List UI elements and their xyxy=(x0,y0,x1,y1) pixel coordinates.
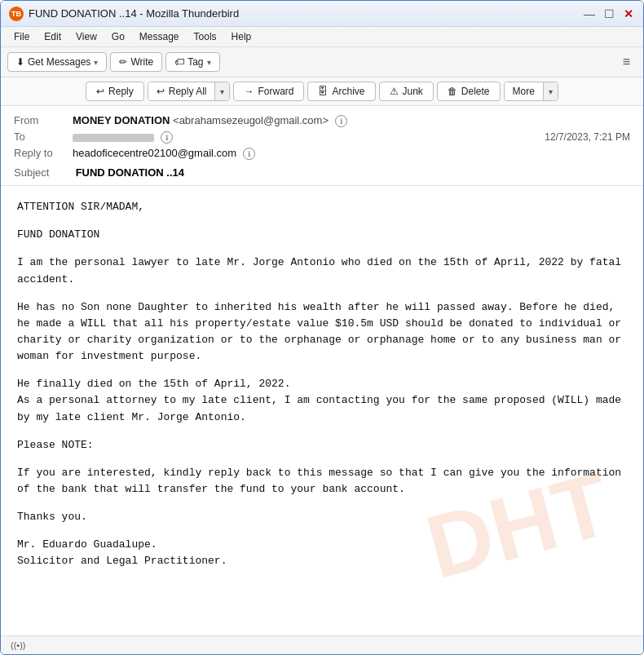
main-toolbar: Get Messages ▾ Write Tag ▾ ≡ xyxy=(1,47,643,77)
body-paragraph-9: Mr. Eduardo Guadalupe.Solicitor and Lega… xyxy=(17,537,627,569)
get-messages-icon xyxy=(16,56,24,68)
junk-icon xyxy=(390,86,399,97)
to-info-icon[interactable]: ℹ xyxy=(161,131,173,144)
title-bar: TB FUND DONATION ..14 - Mozilla Thunderb… xyxy=(1,1,643,27)
signal-icon: ((•)) xyxy=(11,640,26,650)
menu-message[interactable]: Message xyxy=(133,29,186,45)
minimize-button[interactable]: — xyxy=(583,7,596,20)
reply-to-info-icon[interactable]: ℹ xyxy=(243,148,255,160)
body-paragraph-5: He finally died on the 15th of April, 20… xyxy=(17,376,627,425)
action-bar: Reply Reply All ▾ Forward Archive Junk D… xyxy=(1,77,643,106)
tag-icon xyxy=(174,56,184,68)
tag-button[interactable]: Tag ▾ xyxy=(165,52,219,72)
app-icon: TB xyxy=(9,7,24,21)
reply-to-value: headoficecentre02100@gmail.com ℹ xyxy=(73,147,630,160)
get-messages-button[interactable]: Get Messages ▾ xyxy=(7,52,107,72)
delete-button[interactable]: Delete xyxy=(437,82,501,101)
more-split: More ▾ xyxy=(504,82,558,101)
sender-name: MONEY DONATION xyxy=(73,114,170,126)
menu-view[interactable]: View xyxy=(69,29,104,45)
email-date: 12/7/2023, 7:21 PM xyxy=(545,131,630,143)
reply-to-label: Reply to xyxy=(14,147,73,159)
from-info-icon[interactable]: ℹ xyxy=(335,115,347,127)
from-label: From xyxy=(14,114,73,126)
menu-file[interactable]: File xyxy=(7,29,36,45)
reply-to-row: Reply to headoficecentre02100@gmail.com … xyxy=(14,147,630,160)
email-subject: FUND DONATION ..14 xyxy=(76,166,184,179)
menu-go[interactable]: Go xyxy=(105,29,131,45)
reply-all-split: Reply All ▾ xyxy=(148,82,231,101)
menu-bar: File Edit View Go Message Tools Help xyxy=(1,27,643,47)
write-button[interactable]: Write xyxy=(110,52,162,72)
menu-help[interactable]: Help xyxy=(225,29,258,45)
forward-button[interactable]: Forward xyxy=(233,82,304,101)
more-button[interactable]: More xyxy=(505,82,543,100)
from-value: MONEY DONATION <abrahamsezeugol@gmail.co… xyxy=(73,114,630,127)
body-paragraph-8: Thanks you. xyxy=(17,509,627,525)
close-button[interactable]: ✕ xyxy=(622,7,635,20)
to-value: ℹ xyxy=(73,131,545,144)
get-messages-dropdown-icon[interactable]: ▾ xyxy=(94,58,98,67)
body-paragraph-6: Please NOTE: xyxy=(17,437,627,454)
app-icon-text: TB xyxy=(11,10,21,18)
body-paragraph-2: FUND DONATION xyxy=(17,227,627,243)
main-window: TB FUND DONATION ..14 - Mozilla Thunderb… xyxy=(0,0,644,655)
more-dropdown-button[interactable]: ▾ xyxy=(543,82,558,100)
to-row: To ℹ 12/7/2023, 7:21 PM xyxy=(14,131,630,144)
archive-button[interactable]: Archive xyxy=(307,82,375,101)
hamburger-menu-button[interactable]: ≡ xyxy=(616,51,637,73)
reply-all-dropdown-button[interactable]: ▾ xyxy=(214,82,229,100)
to-label: To xyxy=(14,131,73,143)
subject-row: Subject FUND DONATION ..14 xyxy=(14,163,630,180)
email-header: From MONEY DONATION <abrahamsezeugol@gma… xyxy=(1,106,643,186)
body-paragraph-7: If you are interested, kindly reply back… xyxy=(17,465,627,498)
recipient-redacted xyxy=(73,134,154,142)
window-controls: — ☐ ✕ xyxy=(583,7,635,20)
archive-icon xyxy=(318,86,328,97)
maximize-button[interactable]: ☐ xyxy=(602,7,615,20)
reply-icon xyxy=(96,86,104,97)
body-paragraph-1: ATTENTION SIR/MADAM, xyxy=(17,199,627,215)
reply-button[interactable]: Reply xyxy=(86,82,144,101)
body-paragraph-3: I am the personal lawyer to late Mr. Jor… xyxy=(17,254,627,287)
reply-all-icon xyxy=(157,86,165,97)
window-title: FUND DONATION ..14 - Mozilla Thunderbird xyxy=(29,7,239,20)
sender-email: <abrahamsezeugol@gmail.com> xyxy=(173,114,329,126)
reply-to-email: headoficecentre02100@gmail.com xyxy=(73,147,236,159)
forward-icon xyxy=(244,86,254,97)
subject-label: Subject xyxy=(14,166,73,179)
from-row: From MONEY DONATION <abrahamsezeugol@gma… xyxy=(14,114,630,127)
menu-tools[interactable]: Tools xyxy=(187,29,223,45)
title-bar-left: TB FUND DONATION ..14 - Mozilla Thunderb… xyxy=(9,7,239,21)
body-paragraph-4: He has no Son none Daughter to inherited… xyxy=(17,299,627,365)
tag-dropdown-icon[interactable]: ▾ xyxy=(207,58,211,67)
delete-icon xyxy=(448,86,457,97)
menu-edit[interactable]: Edit xyxy=(37,29,68,45)
junk-button[interactable]: Junk xyxy=(379,82,434,101)
reply-all-button[interactable]: Reply All xyxy=(148,82,215,100)
status-bar: ((•)) xyxy=(1,635,643,654)
write-icon xyxy=(119,56,127,68)
email-body: DHT ATTENTION SIR/MADAM, FUND DONATION I… xyxy=(1,186,643,635)
